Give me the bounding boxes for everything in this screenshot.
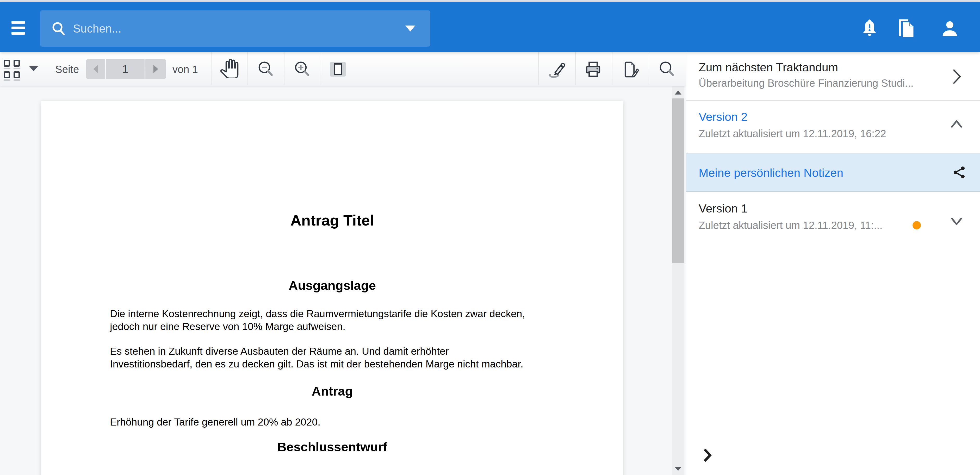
account-button[interactable]: [939, 17, 961, 40]
toolbar-separator: [248, 52, 248, 85]
menu-button[interactable]: [11, 21, 25, 35]
hamburger-icon: [11, 32, 25, 35]
grid-icon: [4, 60, 20, 81]
version-2-row[interactable]: Version 2 Zuletzt aktualisiert um 12.11.…: [686, 101, 980, 153]
magnifier-icon: [658, 60, 676, 78]
page-label: Seite: [55, 64, 79, 75]
prev-page-button[interactable]: [86, 59, 105, 79]
search-icon: [51, 21, 67, 37]
arrow-down-icon: [675, 467, 681, 471]
chevron-right-icon: [951, 68, 963, 85]
bell-alert-icon: [859, 18, 880, 39]
edit-document-icon: [620, 60, 640, 79]
highlighter-button[interactable]: [547, 59, 567, 79]
fit-page-icon: [330, 62, 346, 76]
search-box[interactable]: [40, 10, 430, 47]
toolbar-separator: [612, 52, 612, 85]
collapse-sidebar-button[interactable]: [698, 446, 717, 464]
browser-top-strip: [0, 0, 980, 2]
copy-documents-icon: [894, 17, 917, 40]
page-nav: [86, 59, 166, 79]
scroll-thumb[interactable]: [672, 98, 684, 263]
doc-heading-beschlussentwurf: Beschlussentwurf: [41, 440, 624, 454]
chevron-down-icon[interactable]: [950, 217, 963, 226]
scrollbar[interactable]: [672, 86, 684, 475]
doc-title: Antrag Titel: [41, 211, 624, 229]
hamburger-icon: [11, 21, 25, 24]
documents-button[interactable]: [894, 17, 917, 40]
search-input[interactable]: [67, 10, 405, 47]
personal-notes-row[interactable]: Meine persönlichen Notizen: [686, 154, 980, 191]
doc-paragraph: Erhöhung der Tarife generell um 20% ab 2…: [110, 416, 571, 428]
annotate-button[interactable]: [620, 60, 640, 79]
notifications-button[interactable]: [858, 17, 881, 40]
next-page-button[interactable]: [145, 59, 166, 79]
toolbar-separator: [284, 52, 285, 85]
chevron-up-icon[interactable]: [950, 119, 963, 129]
next-agenda-title: Zum nächsten Traktandum: [698, 61, 838, 74]
person-icon: [939, 18, 960, 39]
next-agenda-subtitle: Überarbeitung Broschüre Finanzierung Stu…: [698, 77, 913, 89]
toolbar-separator: [538, 52, 539, 85]
caret-down-icon: [29, 66, 38, 71]
zoom-in-button[interactable]: [293, 60, 311, 78]
version-2-title: Version 2: [698, 110, 748, 124]
toolbar-separator: [575, 52, 576, 85]
prev-arrow-icon: [93, 65, 98, 73]
marker-pen-icon: [547, 59, 567, 79]
scroll-up-button[interactable]: [672, 86, 684, 99]
doc-heading-ausgangslage: Ausgangslage: [41, 278, 624, 293]
version-1-row[interactable]: Version 1 Zuletzt aktualisiert um 12.11.…: [686, 192, 980, 245]
pan-tool-button[interactable]: [220, 59, 239, 78]
printer-icon: [584, 60, 603, 79]
personal-notes-label: Meine persönlichen Notizen: [698, 166, 843, 180]
page-total-label: von 1: [172, 64, 198, 75]
page-number-input[interactable]: [106, 59, 145, 79]
pdf-page: Antrag Titel Ausgangslage Die interne Ko…: [41, 101, 624, 475]
search-dropdown-caret-icon[interactable]: [405, 25, 415, 32]
next-agenda-item[interactable]: Zum nächsten Traktandum Überarbeitung Br…: [686, 52, 980, 100]
version-1-updated: Zuletzt aktualisiert um 12.11.2019, 11:.…: [698, 219, 883, 231]
share-icon[interactable]: [952, 165, 966, 180]
arrow-up-icon: [675, 91, 681, 95]
chevron-right-bold-icon: [703, 449, 712, 462]
zoom-out-button[interactable]: [257, 60, 275, 78]
toolbar-separator: [321, 52, 321, 85]
app: Seite von 1: [0, 0, 980, 475]
zoom-in-icon: [293, 60, 311, 78]
toolbar-separator: [649, 52, 649, 85]
scroll-down-button[interactable]: [672, 462, 684, 475]
hamburger-icon: [11, 27, 25, 29]
version-1-title: Version 1: [698, 202, 748, 215]
version-2-updated: Zuletzt aktualisiert um 12.11.2019, 16:2…: [698, 128, 886, 140]
top-bar: [0, 2, 980, 52]
next-arrow-icon: [153, 65, 158, 73]
thumbnails-dropdown-button[interactable]: [29, 66, 38, 71]
unread-dot: [913, 221, 921, 229]
document-viewport: Antrag Titel Ausgangslage Die interne Ko…: [0, 86, 672, 475]
zoom-out-icon: [257, 60, 275, 78]
hand-icon: [220, 59, 239, 78]
find-in-document-button[interactable]: [658, 60, 676, 78]
toolbar-separator: [211, 52, 212, 85]
print-button[interactable]: [584, 60, 603, 79]
doc-paragraph: Es stehen in Zukunft diverse Ausbauten d…: [110, 345, 571, 370]
thumbnails-button[interactable]: [4, 60, 20, 81]
fit-page-button[interactable]: [330, 62, 346, 76]
sidebar: Zum nächsten Traktandum Überarbeitung Br…: [686, 52, 980, 475]
doc-paragraph: Die interne Kostenrechnung zeigt, dass d…: [110, 307, 571, 333]
doc-heading-antrag: Antrag: [41, 384, 624, 399]
